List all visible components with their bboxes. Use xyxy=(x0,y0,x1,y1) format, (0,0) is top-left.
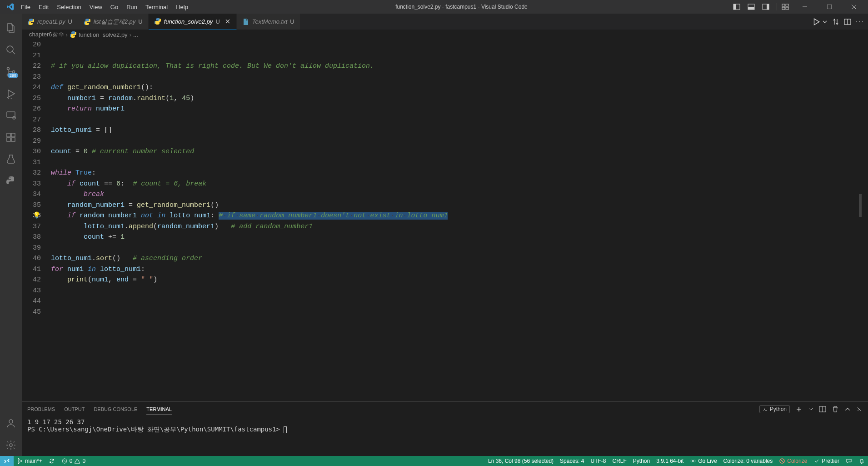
tab-list-exercise[interactable]: list실습문제2.py U xyxy=(78,14,149,30)
chevron-up-icon[interactable] xyxy=(844,406,851,412)
chevron-down-icon[interactable] xyxy=(822,19,828,25)
svg-rect-11 xyxy=(827,5,832,9)
more-actions-icon[interactable]: ··· xyxy=(856,18,864,26)
terminal-shell-selector[interactable]: Python xyxy=(759,405,790,413)
colorize-toggle[interactable]: Colorize xyxy=(776,456,810,466)
menu-help[interactable]: Help xyxy=(172,2,192,12)
panel-tab-terminal[interactable]: TERMINAL xyxy=(146,404,172,415)
editor-actions: ··· xyxy=(808,14,868,30)
panel-close-icon[interactable] xyxy=(856,406,863,412)
go-live[interactable]: Go Live xyxy=(687,456,720,466)
activity-accounts[interactable] xyxy=(0,412,22,434)
svg-point-26 xyxy=(9,420,13,423)
terminal-output-line: 1 9 17 25 26 37 xyxy=(27,418,863,426)
activity-settings[interactable] xyxy=(0,434,22,456)
window-minimize[interactable] xyxy=(794,0,815,14)
prettier-status[interactable]: Prettier xyxy=(810,456,843,466)
svg-marker-30 xyxy=(814,19,819,25)
svg-point-40 xyxy=(18,459,20,460)
editor-tabs: repeat1.py U list실습문제2.py U function_sol… xyxy=(22,14,868,30)
python-interpreter[interactable]: 3.9.1 64-bit xyxy=(653,456,687,466)
python-icon xyxy=(154,18,161,25)
menu-file[interactable]: File xyxy=(17,2,34,12)
svg-point-42 xyxy=(21,461,22,462)
activity-search[interactable] xyxy=(0,39,22,61)
window-maximize[interactable] xyxy=(819,0,840,14)
minimap-slider[interactable] xyxy=(859,194,862,217)
menu-view[interactable]: View xyxy=(86,2,106,12)
tab-function-solve2[interactable]: function_solve2.py U xyxy=(149,14,237,30)
activity-extensions[interactable] xyxy=(0,126,22,148)
activitybar: 298 xyxy=(0,14,22,456)
notifications-icon[interactable] xyxy=(855,456,868,466)
svg-rect-3 xyxy=(748,7,754,10)
breadcrumbs[interactable]: chapter6함수 › function_solve2.py › ... xyxy=(22,30,868,40)
svg-rect-24 xyxy=(7,138,10,141)
indentation[interactable]: Spaces: 4 xyxy=(557,456,587,466)
tab-modified-indicator: U xyxy=(290,18,294,25)
chevron-down-icon[interactable] xyxy=(808,406,813,412)
menu-run[interactable]: Run xyxy=(123,2,141,12)
scm-badge: 298 xyxy=(8,73,18,78)
window-close[interactable] xyxy=(843,0,864,14)
menu-terminal[interactable]: Terminal xyxy=(142,2,171,12)
bottom-panel: PROBLEMS OUTPUT DEBUG CONSOLE TERMINAL P… xyxy=(22,401,868,456)
colorize-variables[interactable]: Colorize: 0 variables xyxy=(720,456,776,466)
lightbulb-icon[interactable]: 💡 xyxy=(33,210,40,221)
terminal-content[interactable]: 1 9 17 25 26 37 PS C:\Users\sangj\OneDri… xyxy=(22,416,868,456)
terminal-prompt: PS C:\Users\sangj\OneDrive\바탕 화면\공부\Pyth… xyxy=(27,426,863,434)
svg-rect-22 xyxy=(7,133,10,137)
activity-remote[interactable] xyxy=(0,105,22,126)
panel-tab-problems[interactable]: PROBLEMS xyxy=(27,404,55,415)
errors-warnings[interactable]: 0 0 xyxy=(58,456,89,466)
compare-changes-icon[interactable] xyxy=(832,18,839,25)
tab-modified-indicator: U xyxy=(68,18,72,25)
breadcrumb-file[interactable]: function_solve2.py xyxy=(79,31,128,38)
trash-icon[interactable] xyxy=(832,406,839,413)
tab-repeat1[interactable]: repeat1.py U xyxy=(22,14,78,30)
editor-layout-left-icon[interactable] xyxy=(731,3,742,10)
vscode-logo-icon xyxy=(4,3,17,10)
split-editor-icon[interactable] xyxy=(844,18,851,25)
activity-source-control[interactable]: 298 xyxy=(0,61,22,83)
close-icon[interactable] xyxy=(224,18,231,25)
svg-point-16 xyxy=(7,68,10,70)
cursor-position[interactable]: Ln 36, Col 98 (56 selected) xyxy=(485,456,557,466)
breadcrumb-folder[interactable]: chapter6함수 xyxy=(29,30,64,39)
language-mode[interactable]: Python xyxy=(630,456,653,466)
feedback-icon[interactable] xyxy=(843,456,855,466)
customize-layout-icon[interactable] xyxy=(777,3,791,10)
activity-python-env[interactable] xyxy=(0,170,22,192)
python-icon xyxy=(70,31,77,38)
menu-selection[interactable]: Selection xyxy=(53,2,85,12)
new-terminal-icon[interactable] xyxy=(795,406,803,413)
code-content[interactable]: # if you allow duplication, That is righ… xyxy=(51,40,868,401)
panel-tab-output[interactable]: OUTPUT xyxy=(64,404,85,415)
svg-rect-7 xyxy=(786,4,788,6)
sync-changes[interactable] xyxy=(45,456,58,466)
breadcrumb-more[interactable]: ... xyxy=(133,31,138,38)
svg-rect-25 xyxy=(11,138,15,141)
activity-testing[interactable] xyxy=(0,148,22,170)
eol[interactable]: CRLF xyxy=(609,456,629,466)
tab-modified-indicator: U xyxy=(215,18,219,25)
editor-layout-right-icon[interactable] xyxy=(760,3,771,10)
menu-edit[interactable]: Edit xyxy=(35,2,52,12)
tab-textmemo[interactable]: TextMemo.txt U xyxy=(237,14,300,30)
svg-line-44 xyxy=(63,460,66,462)
menu-go[interactable]: Go xyxy=(107,2,122,12)
remote-indicator[interactable] xyxy=(0,456,14,466)
editor-layout-bottom-icon[interactable] xyxy=(746,3,757,10)
tab-label: TextMemo.txt xyxy=(252,18,288,25)
tab-label: repeat1.py xyxy=(37,18,65,25)
split-terminal-icon[interactable] xyxy=(819,406,826,413)
git-branch[interactable]: main*+ xyxy=(14,456,45,466)
panel-tab-debug-console[interactable]: DEBUG CONSOLE xyxy=(94,404,137,415)
code-editor[interactable]: 2021222324252627282930313233343536373839… xyxy=(22,40,868,401)
panel-actions: Python xyxy=(759,405,863,413)
activity-explorer[interactable] xyxy=(0,17,22,39)
menu-bar: File Edit Selection View Go Run Terminal… xyxy=(17,2,192,12)
run-button[interactable] xyxy=(812,18,820,26)
encoding[interactable]: UTF-8 xyxy=(587,456,609,466)
activity-run-debug[interactable] xyxy=(0,83,22,105)
